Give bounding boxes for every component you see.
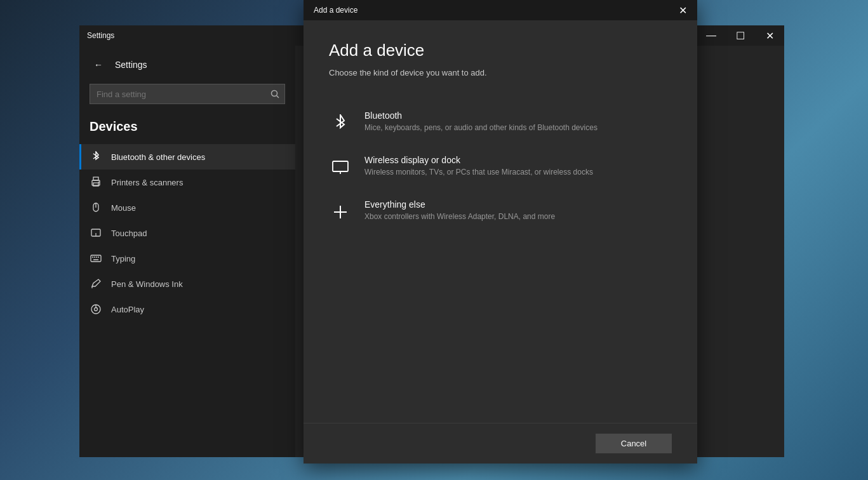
minimize-button[interactable]: — (697, 25, 726, 46)
sidebar-item-touchpad-label: Touchpad (111, 229, 147, 238)
bluetooth-device-icon (329, 112, 352, 135)
pen-icon (90, 277, 102, 290)
keyboard-icon (90, 252, 102, 265)
sidebar-item-typing[interactable]: Typing (79, 246, 295, 271)
everything-option-desc: Xbox controllers with Wireless Adapter, … (364, 212, 555, 221)
sidebar-item-autoplay[interactable]: AutoPlay (79, 297, 295, 322)
wireless-option-info: Wireless display or dock Wireless monito… (364, 155, 593, 177)
sidebar-item-bluetooth[interactable]: Bluetooth & other devices (79, 144, 295, 170)
sidebar-app-title: Settings (115, 60, 147, 70)
sidebar-item-typing-label: Typing (111, 254, 135, 263)
wireless-option-desc: Wireless monitors, TVs, or PCs that use … (364, 168, 593, 177)
add-device-dialog: Add a device ✕ Add a device Choose the k… (304, 0, 697, 463)
sidebar-item-pen-label: Pen & Windows Ink (111, 279, 183, 289)
sidebar-item-mouse-label: Mouse (111, 203, 136, 213)
dialog-titlebar: Add a device ✕ (304, 0, 697, 20)
back-button[interactable]: ← (90, 56, 107, 74)
plus-device-icon (329, 201, 352, 223)
settings-window-title: Settings (87, 31, 114, 40)
sidebar: ← Settings Devices (79, 46, 295, 457)
bluetooth-option-info: Bluetooth Mice, keyboards, pens, or audi… (364, 110, 598, 132)
svg-rect-10 (91, 255, 101, 262)
printer-icon (90, 176, 102, 189)
svg-point-5 (98, 182, 100, 183)
search-input[interactable] (90, 84, 285, 104)
dialog-subtitle: Choose the kind of device you want to ad… (329, 68, 672, 77)
autoplay-icon (90, 303, 102, 316)
wireless-option-title: Wireless display or dock (364, 155, 593, 165)
sidebar-header: ← Settings (79, 51, 295, 84)
bluetooth-option-desc: Mice, keyboards, pens, or audio and othe… (364, 123, 598, 132)
everything-option-info: Everything else Xbox controllers with Wi… (364, 199, 555, 221)
sidebar-item-printers-label: Printers & scanners (111, 178, 183, 187)
search-box (90, 84, 285, 104)
sidebar-item-mouse[interactable]: Mouse (79, 195, 295, 220)
dialog-titlebar-title: Add a device (314, 6, 357, 15)
device-option-wireless[interactable]: Wireless display or dock Wireless monito… (329, 145, 672, 189)
titlebar-controls: — ☐ ✕ (697, 25, 784, 46)
sidebar-item-bluetooth-label: Bluetooth & other devices (111, 152, 205, 162)
svg-rect-3 (93, 177, 98, 180)
svg-point-18 (95, 308, 98, 311)
dialog-heading: Add a device (329, 41, 672, 60)
search-icon-button[interactable] (265, 84, 285, 104)
bluetooth-option-title: Bluetooth (364, 110, 598, 121)
svg-point-0 (272, 91, 277, 97)
sidebar-item-pen[interactable]: Pen & Windows Ink (79, 271, 295, 297)
sidebar-item-autoplay-label: AutoPlay (111, 305, 144, 314)
search-icon (270, 90, 279, 98)
mouse-icon (90, 201, 102, 214)
bluetooth-icon (90, 150, 102, 163)
touchpad-icon (90, 227, 102, 239)
everything-option-title: Everything else (364, 199, 555, 210)
sidebar-section-title: Devices (79, 114, 295, 144)
maximize-button[interactable]: ☐ (726, 25, 755, 46)
device-option-everything[interactable]: Everything else Xbox controllers with Wi… (329, 189, 672, 234)
device-option-bluetooth[interactable]: Bluetooth Mice, keyboards, pens, or audi… (329, 100, 672, 145)
monitor-device-icon (329, 156, 352, 179)
svg-rect-20 (333, 161, 348, 171)
sidebar-item-touchpad[interactable]: Touchpad (79, 220, 295, 246)
dialog-footer: Cancel (304, 423, 697, 463)
svg-line-1 (277, 96, 279, 98)
dialog-close-button[interactable]: ✕ (668, 0, 697, 20)
dialog-body: Add a device Choose the kind of device y… (304, 20, 697, 423)
cancel-button[interactable]: Cancel (596, 434, 672, 453)
close-button[interactable]: ✕ (755, 25, 784, 46)
sidebar-item-printers[interactable]: Printers & scanners (79, 170, 295, 195)
